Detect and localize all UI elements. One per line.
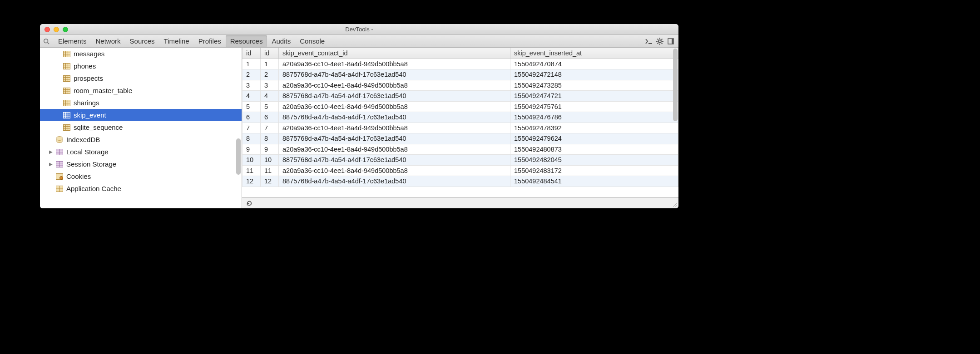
- sidebar-group-cookies[interactable]: Cookies: [40, 170, 242, 182]
- sidebar-table-prospects[interactable]: prospects: [40, 72, 242, 84]
- table-cell: 1550492478392: [510, 123, 678, 133]
- table-cell: 12: [243, 176, 261, 187]
- tab-elements[interactable]: Elements: [54, 35, 91, 47]
- tab-network[interactable]: Network: [91, 35, 125, 47]
- sidebar-table-skip_event[interactable]: skip_event: [40, 109, 242, 121]
- scrollbar-thumb[interactable]: [236, 138, 241, 175]
- table-cell: 10: [261, 155, 279, 166]
- minimize-button[interactable]: [54, 27, 59, 32]
- close-button[interactable]: [45, 27, 50, 32]
- table-icon: [63, 99, 71, 107]
- svg-rect-24: [64, 75, 70, 81]
- resources-sidebar[interactable]: messagesphonesprospectsroom_master_table…: [40, 48, 242, 208]
- table-icon: [63, 63, 71, 70]
- table-row[interactable]: 1111a20a9a36-cc10-4ee1-8a4d-949d500bb5a8…: [243, 165, 678, 176]
- table-cell: 8: [261, 133, 279, 144]
- sidebar-item-label: phones: [74, 62, 96, 70]
- table-cell: 1550492473285: [510, 80, 678, 91]
- dock-side-icon[interactable]: [666, 36, 676, 46]
- svg-line-10: [658, 43, 658, 44]
- sidebar-group-session-storage[interactable]: ▶Session Storage: [40, 158, 242, 170]
- settings-gear-icon[interactable]: [655, 36, 665, 46]
- disclosure-triangle-icon[interactable]: ▶: [49, 149, 54, 154]
- table-cell: 1550492476786: [510, 112, 678, 123]
- column-header-id[interactable]: id: [261, 48, 279, 59]
- sidebar-table-sqlite_sequence[interactable]: sqlite_sequence: [40, 121, 242, 133]
- column-header-id[interactable]: id: [243, 48, 261, 59]
- tab-timeline[interactable]: Timeline: [159, 35, 194, 47]
- zoom-button[interactable]: [63, 27, 68, 32]
- svg-rect-34: [64, 100, 70, 106]
- table-cell: 8875768d-a47b-4a54-a4df-17c63e1ad540: [279, 133, 510, 144]
- sidebar-table-room_master_table[interactable]: room_master_table: [40, 84, 242, 97]
- scrollbar-thumb[interactable]: [673, 49, 678, 121]
- sidebar-item-label: Session Storage: [66, 160, 116, 168]
- column-header-skip-event-contact-id[interactable]: skip_event_contact_id: [279, 48, 510, 59]
- table-cell: 1550492472148: [510, 69, 678, 80]
- table-icon: [63, 112, 71, 119]
- tab-sources[interactable]: Sources: [125, 35, 159, 47]
- table-cell: 8: [243, 133, 261, 144]
- table-row[interactable]: 888875768d-a47b-4a54-a4df-17c63e1ad54015…: [243, 133, 678, 144]
- tab-console[interactable]: Console: [295, 35, 329, 47]
- table-cell: 9: [261, 144, 279, 155]
- svg-line-9: [662, 43, 663, 44]
- table-cell: 6: [243, 112, 261, 123]
- sidebar-item-label: sqlite_sequence: [74, 123, 123, 131]
- svg-point-3: [658, 40, 661, 43]
- table-cell: 8875768d-a47b-4a54-a4df-17c63e1ad540: [279, 176, 510, 187]
- table-cell: 8875768d-a47b-4a54-a4df-17c63e1ad540: [279, 69, 510, 80]
- data-grid[interactable]: ididskip_event_contact_idskip_event_inse…: [242, 48, 678, 197]
- refresh-icon[interactable]: [246, 200, 253, 207]
- sidebar-group-local-storage[interactable]: ▶Local Storage: [40, 146, 242, 158]
- devtools-tabbar: ElementsNetworkSourcesTimelineProfilesRe…: [40, 35, 678, 48]
- table-row[interactable]: 10108875768d-a47b-4a54-a4df-17c63e1ad540…: [243, 155, 678, 166]
- sidebar-item-label: skip_event: [74, 111, 106, 119]
- table-row[interactable]: 448875768d-a47b-4a54-a4df-17c63e1ad54015…: [243, 91, 678, 102]
- table-cell: a20a9a36-cc10-4ee1-8a4d-949d500bb5a8: [279, 123, 510, 133]
- table-cell: 3: [243, 80, 261, 91]
- sidebar-group-application-cache[interactable]: Application Cache: [40, 182, 242, 195]
- appcache-icon: [55, 185, 64, 192]
- table-cell: 7: [243, 123, 261, 133]
- sidebar-table-phones[interactable]: phones: [40, 60, 242, 72]
- main-panel: messagesphonesprospectsroom_master_table…: [40, 48, 678, 208]
- table-cell: a20a9a36-cc10-4ee1-8a4d-949d500bb5a8: [279, 165, 510, 176]
- table-row[interactable]: 12128875768d-a47b-4a54-a4df-17c63e1ad540…: [243, 176, 678, 187]
- svg-point-59: [60, 176, 63, 179]
- table-cell: 1550492483172: [510, 165, 678, 176]
- sidebar-item-label: Local Storage: [66, 148, 109, 156]
- traffic-lights: [40, 27, 68, 32]
- table-row[interactable]: 99a20a9a36-cc10-4ee1-8a4d-949d500bb5a815…: [243, 144, 678, 155]
- tab-resources[interactable]: Resources: [226, 35, 267, 47]
- sidebar-table-messages[interactable]: messages: [40, 48, 242, 60]
- table-cell: 1550492475761: [510, 101, 678, 112]
- table-row[interactable]: 55a20a9a36-cc10-4ee1-8a4d-949d500bb5a815…: [243, 101, 678, 112]
- sidebar-item-label: IndexedDB: [66, 136, 100, 143]
- show-console-icon[interactable]: [644, 36, 654, 46]
- sidebar-group-indexeddb[interactable]: IndexedDB: [40, 133, 242, 146]
- column-header-skip-event-inserted-at[interactable]: skip_event_inserted_at: [510, 48, 678, 59]
- table-row[interactable]: 77a20a9a36-cc10-4ee1-8a4d-949d500bb5a815…: [243, 123, 678, 133]
- titlebar: DevTools -: [40, 24, 678, 35]
- sidebar-item-label: room_master_table: [74, 87, 132, 94]
- sidebar-table-sharings[interactable]: sharings: [40, 97, 242, 109]
- table-row[interactable]: 668875768d-a47b-4a54-a4df-17c63e1ad54015…: [243, 112, 678, 123]
- grid-toolbar: [242, 197, 678, 208]
- table-cell: 1550492479624: [510, 133, 678, 144]
- table-cell: 1550492480873: [510, 144, 678, 155]
- table-row[interactable]: 228875768d-a47b-4a54-a4df-17c63e1ad54015…: [243, 69, 678, 80]
- table-cell: 2: [243, 69, 261, 80]
- disclosure-triangle-icon[interactable]: ▶: [49, 162, 54, 167]
- svg-rect-19: [64, 63, 70, 69]
- table-row[interactable]: 33a20a9a36-cc10-4ee1-8a4d-949d500bb5a815…: [243, 80, 678, 91]
- table-row[interactable]: 11a20a9a36-cc10-4ee1-8a4d-949d500bb5a815…: [243, 59, 678, 69]
- search-icon[interactable]: [43, 38, 50, 45]
- table-cell: 10: [243, 155, 261, 166]
- tab-audits[interactable]: Audits: [267, 35, 295, 47]
- tab-profiles[interactable]: Profiles: [194, 35, 226, 47]
- table-cell: 1: [243, 59, 261, 69]
- table-cell: 7: [261, 123, 279, 133]
- table-cell: 5: [243, 101, 261, 112]
- table-icon: [63, 87, 71, 94]
